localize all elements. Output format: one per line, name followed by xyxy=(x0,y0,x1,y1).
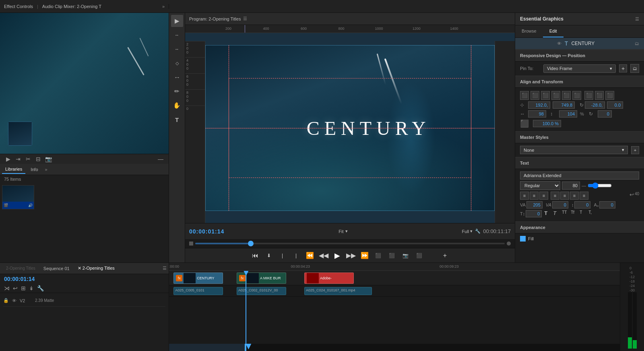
distribute-h-button[interactable]: ⬛ xyxy=(584,91,593,100)
align-center-h-button[interactable]: ⬛ xyxy=(530,91,539,100)
font-name-input[interactable] xyxy=(520,171,639,180)
seq-tool-4[interactable]: ↡ xyxy=(29,285,34,291)
seq-tab-seq01[interactable]: Sequence 01 xyxy=(39,264,74,273)
fit-dropdown[interactable]: Fit ▾ xyxy=(339,229,347,234)
text-wrap-icon[interactable]: ↩ xyxy=(630,192,634,200)
seq-tab-libraries[interactable]: 2-Opening Titles xyxy=(2,264,39,272)
bold-button[interactable]: T xyxy=(544,210,551,217)
settings-icon[interactable]: 🔧 xyxy=(475,229,481,234)
v2-eye-icon[interactable]: 👁 xyxy=(12,298,17,303)
audio-clip-1[interactable]: A025_C005_0101 xyxy=(173,287,223,295)
clip-mike-bur[interactable]: fx A MIKE BUR xyxy=(237,273,286,284)
subscript-button[interactable]: T, xyxy=(588,210,595,217)
align-right-button[interactable]: ⬛ xyxy=(541,91,550,100)
tab-libraries[interactable]: Libraries xyxy=(2,165,25,174)
scrubber-track[interactable] xyxy=(195,243,505,244)
eg-menu-icon[interactable]: ☰ xyxy=(635,17,639,22)
font-size-slider[interactable] xyxy=(588,182,612,189)
multi-cam-button[interactable]: ⬛ xyxy=(415,253,424,258)
scrubber-row[interactable] xyxy=(185,239,515,248)
go-to-previous-button[interactable]: ⏪ xyxy=(305,252,315,259)
distribute-3-button[interactable]: ⬛ xyxy=(605,91,614,100)
superscript-button[interactable]: T xyxy=(580,210,586,217)
pin-to-dropdown[interactable]: Video Frame ▾ xyxy=(543,64,616,73)
tool-hand[interactable]: ✋ xyxy=(171,99,183,111)
camera-icon[interactable]: 📷 xyxy=(44,156,52,162)
library-thumbnail-1[interactable]: 🎬 🔊 xyxy=(2,185,34,209)
rotation-input[interactable] xyxy=(598,110,612,118)
video-frame[interactable]: CENTURY xyxy=(205,45,495,211)
scale-h-input[interactable] xyxy=(559,110,577,118)
play-button-left[interactable]: ▶ xyxy=(4,156,12,162)
position-y-input[interactable] xyxy=(553,101,575,109)
tool-ripple[interactable]: ↔ xyxy=(171,43,183,55)
opacity-input[interactable] xyxy=(533,120,561,127)
seq-tab-chevron[interactable]: ☰ xyxy=(163,266,167,271)
rotation-x-input[interactable] xyxy=(585,101,605,109)
minus-icon[interactable]: — xyxy=(157,156,165,162)
program-monitor-menu-icon[interactable]: ☰ xyxy=(243,16,247,21)
audio-clip-3[interactable]: A025_C024_010167_001.mp4 xyxy=(304,287,372,295)
tool-text[interactable]: T xyxy=(171,114,183,126)
to-in-point-button[interactable]: ⏮ xyxy=(250,252,260,259)
tool-razor[interactable]: ◇ xyxy=(171,57,183,69)
add-marker-button[interactable]: + xyxy=(440,252,450,259)
align-right-text-button[interactable]: ≡ xyxy=(539,192,548,200)
align-left-text-button[interactable]: ≡ xyxy=(520,192,529,200)
insert-button[interactable]: ⬛ xyxy=(374,253,383,258)
tsf-input[interactable] xyxy=(526,210,542,217)
tracking-input[interactable] xyxy=(526,201,543,209)
timeline-scrubber-handle[interactable] xyxy=(246,344,251,349)
clip-adobe[interactable]: Adobe- xyxy=(304,273,354,284)
master-styles-dropdown[interactable]: None ▾ xyxy=(520,146,628,154)
export-frame-button[interactable]: 📷 xyxy=(401,253,411,258)
tool-slip[interactable]: ↔ xyxy=(168,71,186,83)
seq-tool-1[interactable]: ⋊ xyxy=(4,285,10,291)
layer-folder-icon[interactable]: 🗂 xyxy=(635,41,639,46)
scrubber-handle[interactable] xyxy=(248,241,254,246)
timeline-playhead[interactable] xyxy=(246,271,246,351)
rotation-y-input[interactable] xyxy=(607,101,623,109)
kerning-input[interactable] xyxy=(552,201,568,209)
align-justify-text-button[interactable]: ≡ xyxy=(551,192,559,200)
font-size-input[interactable] xyxy=(562,182,580,190)
tab-browse[interactable]: Browse xyxy=(515,25,543,37)
mark-in-button[interactable]: ⬇ xyxy=(264,253,274,258)
italic-button[interactable]: T xyxy=(553,210,559,217)
pin-settings-button[interactable]: 🗂 xyxy=(630,64,639,73)
tab-edit[interactable]: Edit xyxy=(543,25,564,37)
expand-panels-icon[interactable]: » xyxy=(162,4,165,9)
pin-add-button[interactable]: + xyxy=(619,64,627,72)
tool-track-select[interactable]: ↔ xyxy=(171,29,183,41)
trim-icon[interactable]: ✂ xyxy=(24,156,32,162)
leading-input[interactable] xyxy=(574,201,590,209)
align-center-text-button[interactable]: ≡ xyxy=(530,192,539,200)
seq-tool-2[interactable]: ↩ xyxy=(13,285,18,291)
distribute-v-button[interactable]: ⬛ xyxy=(595,91,604,100)
step-back-button[interactable]: ◀◀ xyxy=(319,252,328,259)
align-middle-text-button[interactable]: ≡ xyxy=(570,192,579,200)
align-top-button[interactable]: ⬛ xyxy=(551,91,560,100)
layer-visibility-icon[interactable]: 👁 xyxy=(557,41,561,46)
seq-tool-5[interactable]: 🔧 xyxy=(37,285,44,291)
tool-selection[interactable]: ▶ xyxy=(171,15,183,27)
current-timecode[interactable]: 00:00:01:14 xyxy=(189,228,224,235)
step-forward-left[interactable]: ⇥ xyxy=(14,156,22,162)
monitor-content[interactable]: 200 400 600 800 0 CENTURY xyxy=(185,33,515,223)
mark-out-button[interactable]: | xyxy=(278,253,287,258)
smallcaps-button[interactable]: Tf xyxy=(571,210,577,217)
tool-pen[interactable]: ✏ xyxy=(171,85,183,97)
scale-w-input[interactable] xyxy=(528,110,546,118)
fill-checkbox[interactable] xyxy=(520,236,526,242)
go-to-next-button[interactable]: ⏩ xyxy=(360,252,369,259)
tab-expand-icon[interactable]: » xyxy=(45,167,47,172)
baseline-input[interactable] xyxy=(599,201,615,209)
quality-select[interactable]: Full ▾ xyxy=(462,229,473,234)
audio-clip-mixer-label[interactable]: Audio Clip Mixer: 2-Opening T xyxy=(42,4,101,9)
eg-layer-item[interactable]: 👁 T CENTURY 🗂 xyxy=(515,38,644,50)
align-bottom-text-button[interactable]: ≡ xyxy=(580,192,588,200)
position-x-input[interactable] xyxy=(528,101,550,109)
tab-info[interactable]: Info xyxy=(27,165,41,173)
uppercase-button[interactable]: TT xyxy=(562,210,568,217)
effect-controls-label[interactable]: Effect Controls xyxy=(4,4,33,9)
